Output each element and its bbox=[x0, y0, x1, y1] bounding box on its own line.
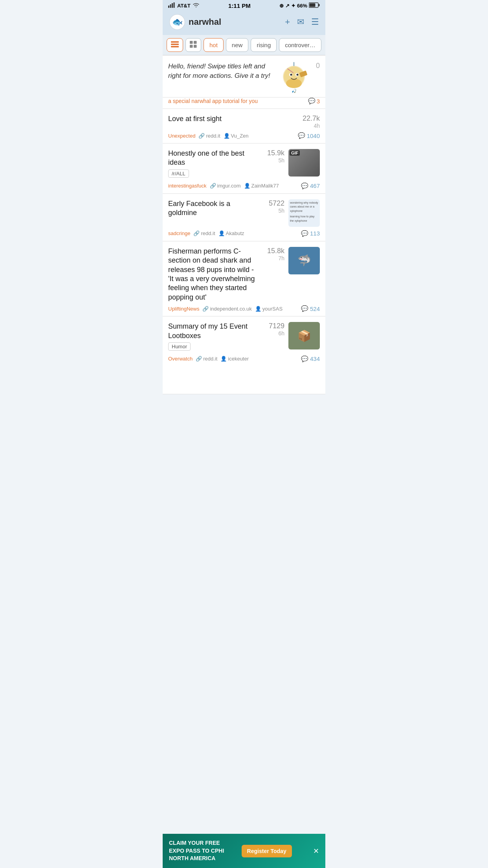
post-comment-count: 524 bbox=[310, 305, 320, 312]
svg-text:🎣: 🎣 bbox=[292, 88, 297, 93]
post-comments: 💬 434 bbox=[301, 355, 320, 362]
svg-text:🐟: 🐟 bbox=[172, 17, 183, 27]
battery-icon bbox=[309, 2, 320, 9]
status-right-area: ⊕ ↗ ✦ 66% bbox=[279, 2, 320, 9]
post-title: Summary of my 15 Event Lootboxes bbox=[168, 322, 261, 340]
user-icon: 👤 bbox=[220, 356, 227, 362]
post-user: 👤 ZainMalik77 bbox=[244, 183, 279, 189]
tutorial-post[interactable]: Hello, friend! Swipe titles left and rig… bbox=[163, 55, 325, 109]
tutorial-text: Hello, friend! Swipe titles left and rig… bbox=[168, 62, 274, 81]
add-post-button[interactable]: + bbox=[285, 17, 290, 27]
post-meta: Unexpected 🔗 redd.it 👤 Vu_Zen 💬 1040 bbox=[168, 132, 320, 139]
status-time: 1:11 PM bbox=[228, 2, 251, 9]
post-score-block: 15.8k 7h bbox=[265, 247, 284, 261]
post-item[interactable]: Summary of my 15 Event Lootboxes Humor 7… bbox=[163, 316, 325, 394]
svg-rect-10 bbox=[171, 44, 179, 45]
post-meta: interestingasfuck 🔗 imgur.com 👤 ZainMali… bbox=[168, 182, 320, 189]
post-user-label: yourSAS bbox=[262, 306, 283, 312]
nav-bar: 🐟 narwhal + ✉ ☰ bbox=[163, 11, 325, 35]
battery-percentage: 66% bbox=[297, 3, 307, 9]
post-score-block: 22.7k 4h bbox=[300, 114, 320, 129]
post-item[interactable]: Love at first sight 22.7k 4h Unexpected … bbox=[163, 109, 325, 143]
post-subreddit[interactable]: UpliftingNews bbox=[168, 306, 199, 312]
tab-list-view[interactable] bbox=[167, 38, 183, 52]
post-user: 👤 Vu_Zen bbox=[224, 133, 249, 139]
post-item[interactable]: Fisherman performs C-section on dead sha… bbox=[163, 241, 325, 316]
comment-icon: 💬 bbox=[301, 305, 308, 312]
tab-rising[interactable]: rising bbox=[251, 38, 277, 52]
svg-rect-2 bbox=[172, 3, 173, 8]
tab-controversial[interactable]: controver… bbox=[279, 38, 321, 52]
post-subreddit[interactable]: Overwatch bbox=[168, 356, 193, 362]
svg-rect-11 bbox=[171, 46, 179, 48]
post-comment-count: 434 bbox=[310, 355, 320, 362]
tutorial-link-label[interactable]: a special narwhal app tutorial for you bbox=[168, 98, 258, 104]
comment-icon: 💬 bbox=[298, 132, 305, 139]
app-name-label: narwhal bbox=[189, 17, 221, 27]
tab-hot[interactable]: hot bbox=[204, 38, 224, 52]
link-icon: 🔗 bbox=[210, 183, 216, 189]
post-list: Hello, friend! Swipe titles left and rig… bbox=[163, 55, 325, 394]
comment-icon: 💬 bbox=[301, 182, 308, 189]
carrier-label: AT&T bbox=[177, 3, 191, 9]
post-source-label: redd.it bbox=[206, 133, 220, 139]
tutorial-score: 0 bbox=[316, 62, 320, 70]
nav-actions: + ✉ ☰ bbox=[285, 17, 319, 27]
post-item[interactable]: Early Facebook is a goldmine 5722 5h won… bbox=[163, 194, 325, 241]
post-age: 6h bbox=[265, 330, 284, 337]
app-logo[interactable]: 🐟 narwhal bbox=[169, 14, 221, 30]
post-item[interactable]: Honestly one of the best ideas /r/ALL 15… bbox=[163, 143, 325, 194]
gps-icon: ↗ bbox=[285, 3, 290, 9]
post-thumbnail: 🦈 bbox=[288, 247, 320, 274]
post-subreddit[interactable]: sadcringe bbox=[168, 230, 190, 236]
post-comment-count: 467 bbox=[310, 182, 320, 189]
post-age: 7h bbox=[265, 255, 284, 261]
menu-button[interactable]: ☰ bbox=[311, 17, 319, 27]
svg-rect-14 bbox=[190, 45, 193, 48]
post-source: 🔗 imgur.com bbox=[210, 183, 241, 189]
post-comments: 💬 113 bbox=[301, 230, 320, 237]
post-source-label: redd.it bbox=[203, 356, 217, 362]
svg-rect-3 bbox=[174, 2, 175, 8]
post-source: 🔗 redd.it bbox=[198, 133, 220, 139]
narwhal-logo-icon: 🐟 bbox=[169, 14, 185, 30]
post-tag: /r/ALL bbox=[168, 169, 189, 178]
svg-point-21 bbox=[290, 74, 292, 76]
post-score-block: 5722 5h bbox=[265, 199, 284, 214]
post-content: Honestly one of the best ideas /r/ALL bbox=[168, 149, 261, 179]
inbox-button[interactable]: ✉ bbox=[297, 17, 304, 27]
post-age: 5h bbox=[265, 157, 284, 164]
post-content: Early Facebook is a goldmine bbox=[168, 199, 261, 218]
user-icon: 👤 bbox=[244, 183, 250, 189]
link-icon: 🔗 bbox=[202, 306, 209, 312]
post-subreddit[interactable]: Unexpected bbox=[168, 133, 195, 139]
post-subreddit[interactable]: interestingasfuck bbox=[168, 183, 207, 189]
post-title: Fisherman performs C-section on dead sha… bbox=[168, 247, 261, 302]
post-thumbnail: 📦 bbox=[288, 322, 320, 349]
comment-icon: 💬 bbox=[301, 355, 308, 362]
post-title: Early Facebook is a goldmine bbox=[168, 199, 261, 218]
post-score: 15.8k bbox=[265, 247, 284, 255]
wifi-icon bbox=[193, 2, 200, 9]
post-user-label: Vu_Zen bbox=[231, 133, 249, 139]
post-user: 👤 Akabutz bbox=[218, 230, 244, 236]
post-comments: 💬 467 bbox=[301, 182, 320, 189]
post-score: 7129 bbox=[265, 322, 284, 330]
post-user-label: ZainMalik77 bbox=[251, 183, 279, 189]
svg-rect-5 bbox=[319, 4, 320, 6]
post-source: 🔗 redd.it bbox=[196, 356, 217, 362]
link-icon: 🔗 bbox=[198, 133, 205, 139]
post-source-label: independent.co.uk bbox=[210, 306, 251, 312]
svg-rect-0 bbox=[168, 6, 169, 8]
user-icon: 👤 bbox=[255, 306, 261, 312]
comment-icon: 💬 bbox=[301, 230, 308, 237]
post-score-block: 7129 6h bbox=[265, 322, 284, 337]
svg-rect-15 bbox=[194, 45, 197, 48]
user-icon: 👤 bbox=[224, 133, 230, 139]
post-meta: Overwatch 🔗 redd.it 👤 icekeuter 💬 434 bbox=[168, 355, 320, 362]
tab-grid-view[interactable] bbox=[185, 38, 201, 52]
svg-rect-12 bbox=[190, 41, 193, 44]
post-title: Love at first sight bbox=[168, 114, 296, 123]
tab-new[interactable]: new bbox=[226, 38, 249, 52]
post-meta: UpliftingNews 🔗 independent.co.uk 👤 your… bbox=[168, 305, 320, 312]
